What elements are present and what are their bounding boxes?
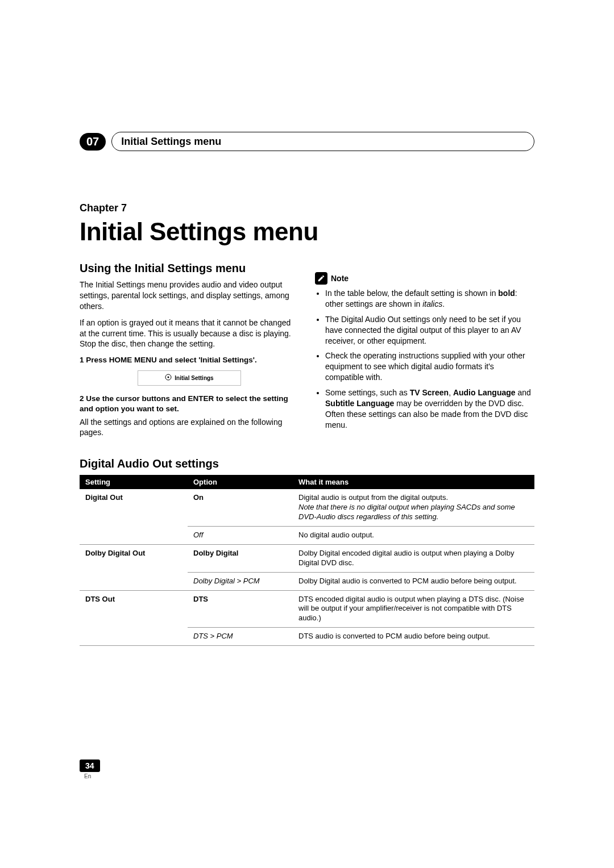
note-heading: Note — [315, 272, 534, 285]
left-column: Using the Initial Settings menu The Init… — [80, 261, 299, 444]
cell-option: DTS — [188, 590, 293, 628]
intro-paragraph-1: The Initial Settings menu provides audio… — [80, 279, 299, 312]
chapter-title: Initial Settings menu — [80, 218, 534, 246]
th-setting: Setting — [80, 475, 188, 489]
right-column: Note In the table below, the default set… — [315, 261, 534, 444]
step-1: 1 Press HOME MENU and select 'Initial Se… — [80, 355, 299, 365]
th-mean: What it means — [293, 475, 534, 489]
cell-setting: DTS Out — [80, 590, 188, 628]
note-4-b2: Audio Language — [453, 388, 516, 397]
note-4-s2: and — [516, 388, 531, 397]
page-header: 07 Initial Settings menu — [80, 132, 534, 151]
header-title-pill: Initial Settings menu — [111, 132, 534, 151]
cell-setting — [80, 526, 188, 544]
cell-option: On — [188, 489, 293, 526]
screenshot-label: Initial Settings — [175, 374, 213, 382]
note-1-part-a: In the table below, the default setting … — [325, 289, 498, 298]
cell-option: Off — [188, 526, 293, 544]
disc-icon — [165, 374, 172, 383]
cell-setting: Dolby Digital Out — [80, 544, 188, 572]
table-row: OffNo digital audio output. — [80, 526, 534, 544]
section-heading-using: Using the Initial Settings menu — [80, 261, 299, 276]
cell-meaning: Dolby Digital encoded digital audio is o… — [293, 544, 534, 572]
intro-paragraph-2: If an option is grayed out it means that… — [80, 318, 299, 350]
note-1-italics: italics — [422, 299, 442, 308]
cell-option: Dolby Digital — [188, 544, 293, 572]
table-row: Dolby Digital OutDolby DigitalDolby Digi… — [80, 544, 534, 572]
initial-settings-screenshot: Initial Settings — [138, 370, 241, 386]
note-list: In the table below, the default setting … — [315, 288, 534, 431]
page-footer: 34 En — [80, 760, 100, 779]
cell-meaning: Digital audio is output from the digital… — [293, 489, 534, 526]
table-row: DTS OutDTSDTS encoded digital audio is o… — [80, 590, 534, 628]
cell-setting: Digital Out — [80, 489, 188, 526]
cell-meaning: DTS encoded digital audio is output when… — [293, 590, 534, 628]
table-row: Digital OutOnDigital audio is output fro… — [80, 489, 534, 526]
note-item-3: Check the operating instructions supplie… — [325, 350, 534, 383]
header-title: Initial Settings menu — [121, 136, 221, 148]
cell-option: DTS > PCM — [188, 628, 293, 646]
settings-table: Setting Option What it means Digital Out… — [80, 475, 534, 646]
note-label: Note — [331, 273, 349, 284]
cell-setting — [80, 628, 188, 646]
table-row: Dolby Digital > PCMDolby Digital audio i… — [80, 572, 534, 590]
cell-option: Dolby Digital > PCM — [188, 572, 293, 590]
cell-meaning: DTS audio is converted to PCM audio befo… — [293, 628, 534, 646]
language-label: En — [84, 773, 100, 779]
table-row: DTS > PCMDTS audio is converted to PCM a… — [80, 628, 534, 646]
chapter-number-badge: 07 — [80, 133, 106, 151]
intro-paragraph-3: All the settings and options are explain… — [80, 417, 299, 439]
note-4-s1: , — [449, 388, 453, 397]
th-option: Option — [188, 475, 293, 489]
table-header-row: Setting Option What it means — [80, 475, 534, 489]
note-4-b3: Subtitle Language — [325, 399, 394, 408]
svg-point-1 — [168, 376, 169, 378]
note-4-a: Some settings, such as — [325, 388, 410, 397]
cell-meaning: Dolby Digital audio is converted to PCM … — [293, 572, 534, 590]
section-heading-digital-audio: Digital Audio Out settings — [80, 457, 534, 470]
step-2: 2 Use the cursor buttons and ENTER to se… — [80, 394, 299, 414]
note-1-part-c: . — [442, 299, 445, 308]
note-item-2: The Digital Audio Out settings only need… — [325, 314, 534, 347]
note-4-b1: TV Screen — [410, 388, 449, 397]
cell-meaning: No digital audio output. — [293, 526, 534, 544]
chapter-label: Chapter 7 — [80, 202, 534, 214]
note-1-bold: bold — [498, 289, 515, 298]
note-item-1: In the table below, the default setting … — [325, 288, 534, 310]
pencil-note-icon — [315, 272, 327, 285]
page-number-badge: 34 — [80, 760, 100, 772]
cell-setting — [80, 572, 188, 590]
note-item-4: Some settings, such as TV Screen, Audio … — [325, 387, 534, 431]
